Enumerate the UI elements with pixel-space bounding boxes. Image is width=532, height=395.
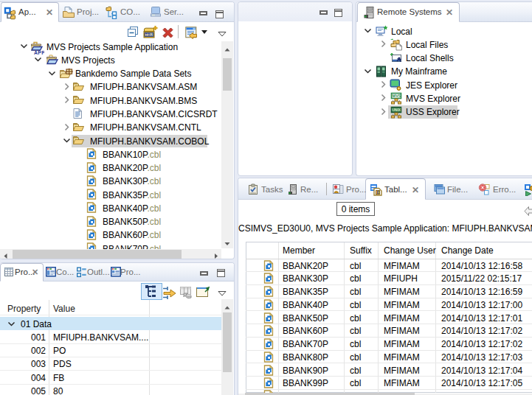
svg-text:TRU: TRU	[145, 33, 153, 37]
svg-text:MVS: MVS	[393, 94, 401, 99]
svg-text:UNIX: UNIX	[392, 108, 401, 112]
